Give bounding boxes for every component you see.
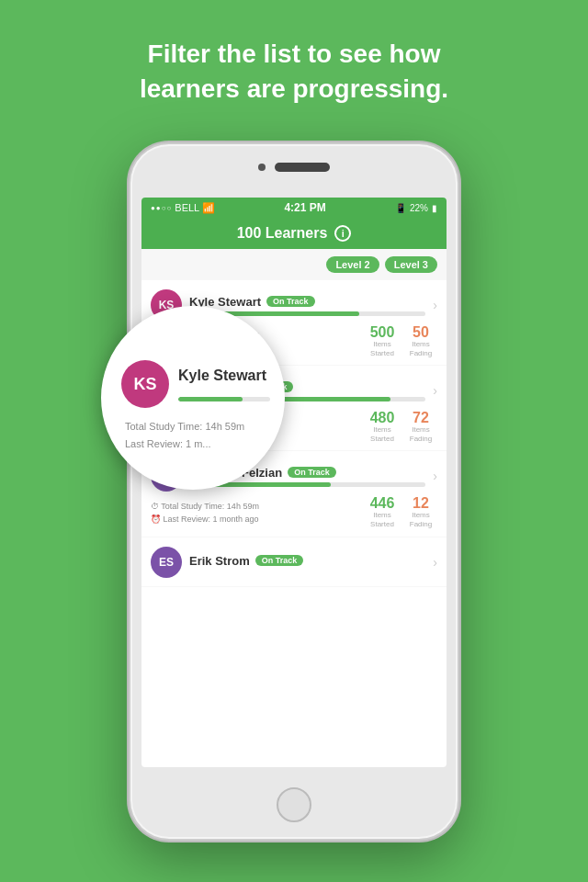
on-track-badge-ks: On Track — [266, 296, 315, 307]
avatar-es: ES — [151, 547, 182, 578]
battery-pct: 22% — [410, 203, 428, 213]
header-title: Filter the list to see how learners are … — [55, 37, 533, 107]
stat-fading-rf: 12 ItemsFading — [404, 496, 437, 528]
chevron-lc: › — [433, 383, 437, 398]
magnifier-progress-fill — [178, 397, 243, 401]
magnifier-study-info: Total Study Time: 14h 59m Last Review: 1… — [125, 418, 244, 452]
filter-level3[interactable]: Level 3 — [385, 256, 437, 273]
camera-dot — [258, 164, 266, 171]
chevron-ks: › — [433, 298, 437, 312]
magnifier-avatar: KS — [121, 360, 169, 408]
magnifier-content: KS Kyle Stewart Total Study Time: 14h 59… — [105, 310, 281, 486]
status-right: 📱 22% ▮ — [395, 203, 437, 213]
stat-num-fading-lc: 72 — [404, 411, 437, 425]
stat-num-fading-ks: 50 — [404, 325, 437, 340]
carrier-name: BELL — [175, 202, 199, 213]
carrier-dots: ●●○○ — [151, 204, 172, 212]
filter-level2[interactable]: Level 2 — [326, 256, 379, 273]
info-button[interactable]: i — [334, 225, 351, 242]
chevron-es: › — [433, 555, 437, 570]
bluetooth-icon: 📱 — [395, 203, 406, 213]
stat-label-started-ks: ItemsStarted — [366, 340, 399, 357]
stat-label-started-lc: ItemsStarted — [366, 425, 399, 443]
home-button[interactable] — [277, 787, 311, 822]
stat-num-fading-rf: 12 — [404, 496, 437, 511]
battery-icon: ▮ — [432, 203, 437, 213]
stat-started-ks: 500 ItemsStarted — [366, 325, 399, 357]
magnifier-progress — [178, 397, 270, 401]
on-track-badge-es: On Track — [255, 555, 304, 566]
stat-fading-lc: 72 ItemsFading — [404, 411, 437, 443]
header-section: Filter the list to see how learners are … — [0, 0, 588, 125]
wifi-icon: 📶 — [202, 202, 215, 214]
status-bar: ●●○○ BELL 📶 4:21 PM 📱 22% ▮ — [141, 198, 447, 218]
study-info-rf: ⏱ Total Study Time: 14h 59m ⏰ Last Revie… — [151, 500, 360, 526]
nav-title: 100 Learners — [237, 225, 328, 242]
stat-started-lc: 480 ItemsStarted — [366, 411, 399, 443]
stat-num-started-ks: 500 — [366, 325, 399, 340]
stat-fading-ks: 50 ItemsFading — [404, 325, 437, 357]
stat-started-rf: 446 ItemsStarted — [366, 496, 399, 528]
stat-label-fading-ks: ItemsFading — [404, 340, 437, 357]
phone-top-bar — [258, 163, 330, 172]
nav-bar: 100 Learners i — [141, 218, 447, 249]
magnifier: KS Kyle Stewart Total Study Time: 14h 59… — [101, 306, 285, 490]
stat-label-started-rf: ItemsStarted — [366, 511, 399, 528]
stat-label-fading-rf: ItemsFading — [404, 511, 437, 528]
phone-mockup: ●●○○ BELL 📶 4:21 PM 📱 22% ▮ 100 Learners… — [129, 142, 459, 841]
status-time: 4:21 PM — [284, 201, 325, 214]
speaker-grill — [275, 163, 330, 172]
learner-stats-rf: ⏱ Total Study Time: 14h 59m ⏰ Last Revie… — [151, 496, 437, 528]
stat-num-started-lc: 480 — [366, 411, 399, 425]
filter-bar: Level 2 Level 3 — [141, 249, 447, 280]
on-track-badge-rf: On Track — [288, 467, 336, 478]
learner-name-block-es: Erik Strom On Track — [189, 554, 425, 571]
stat-label-fading-lc: ItemsFading — [404, 425, 437, 443]
stat-num-started-rf: 446 — [366, 496, 399, 511]
status-left: ●●○○ BELL 📶 — [151, 202, 215, 214]
learner-name-es: Erik Strom — [189, 554, 250, 568]
learner-card-es[interactable]: ES Erik Strom On Track › — [141, 537, 447, 586]
magnifier-name: Kyle Stewart — [178, 368, 266, 384]
chevron-rf: › — [433, 469, 437, 483]
